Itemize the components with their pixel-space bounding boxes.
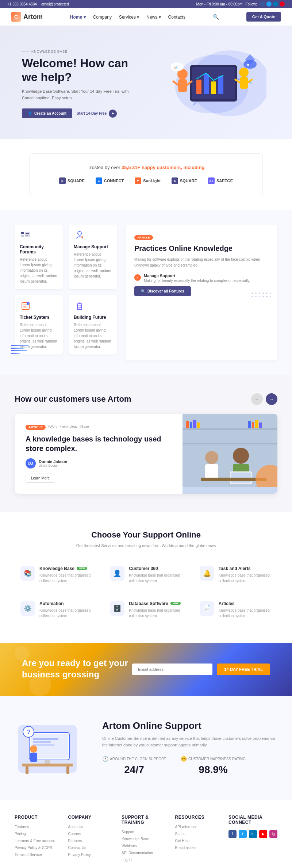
- footer-product: PRODUCT Features Pricing Learners & Free…: [15, 815, 59, 865]
- create-account-button[interactable]: 👤 Create an Account: [22, 108, 72, 118]
- hero-section: KNOWLEDGE BASE Welcome! How can we help?…: [0, 26, 292, 139]
- footer-link-features[interactable]: Features: [15, 825, 59, 829]
- line-2: [11, 348, 24, 349]
- footer-link-privacy[interactable]: Privacy Policy & GDPR: [15, 846, 59, 850]
- support-online-desc: Get the latest Services and breaking new…: [15, 543, 277, 549]
- email-input[interactable]: [132, 664, 212, 675]
- footer-link-api-docs[interactable]: API Documentation: [122, 851, 166, 855]
- knowledge-icon: 📚: [20, 566, 35, 581]
- community-desc: Reference about Lorem Ipsum giving infor…: [20, 257, 58, 284]
- support-item-knowledge: 📚 Knowledge Base NEW Knowledge base that…: [15, 560, 98, 589]
- svg-rect-48: [193, 420, 196, 428]
- footer-link-privacy2[interactable]: Privacy Policy: [68, 853, 113, 857]
- footer-link-get-help[interactable]: Get Help: [175, 839, 220, 843]
- tasks-desc: Knowledge base that organised collection…: [219, 573, 272, 584]
- building-card: Building Future Reference about Lorem Ip…: [69, 295, 117, 355]
- community-icon: [20, 230, 31, 241]
- tag-technology: #technology: [59, 425, 77, 430]
- support-stats: 🕐 AROUND THE CLOCK SUPPORT 24/7 😊 CUSTOM…: [102, 756, 277, 776]
- trusted-wrapper: Trusted by over 35,5 31+ happy customers…: [0, 139, 292, 210]
- features-inner: Community Forums Reference about Lorem I…: [15, 225, 277, 360]
- footer-link-webinars[interactable]: Webinars: [122, 844, 166, 848]
- tasks-content: Task and Alerts Knowledge base that orga…: [219, 566, 272, 584]
- artom-support-title: Artom Online Support: [102, 720, 277, 731]
- footer-product-title: PRODUCT: [15, 815, 59, 820]
- svg-rect-36: [78, 305, 80, 306]
- trial-cta-button[interactable]: 14-DAY FREE TRIAL: [217, 664, 270, 675]
- prev-arrow[interactable]: ←: [251, 393, 263, 405]
- connect-icon: C: [96, 177, 102, 184]
- twitter-icon[interactable]: [266, 1, 272, 7]
- svg-rect-52: [255, 420, 258, 428]
- stat-clock-label: 🕐 AROUND THE CLOCK SUPPORT: [102, 756, 166, 762]
- facebook-footer-icon[interactable]: f: [228, 830, 237, 838]
- tasks-icon: 🔔: [200, 566, 214, 581]
- nav-item-contacts[interactable]: Contacts: [168, 14, 185, 20]
- stat-happiness-label: 😊 CUSTOMER HAPPINESS RATING: [181, 756, 246, 762]
- footer-link-partners[interactable]: Partners: [68, 839, 113, 843]
- hero-buttons: 👤 Create an Account Start 14-Day Free ▶: [22, 108, 139, 118]
- dot: [251, 296, 253, 297]
- navigation: C Artom Home ▾ Company Services ▾ News ▾…: [0, 8, 292, 26]
- footer-link-contact[interactable]: Contact Us: [68, 846, 113, 850]
- discover-button[interactable]: 🔍 Discover all Features: [134, 286, 191, 296]
- automation-desc: Knowledge base that organised collection…: [39, 608, 92, 619]
- tasks-title: Task and Alerts: [219, 566, 272, 571]
- ticket-icon: T: [20, 300, 31, 312]
- nav-item-company[interactable]: Company: [93, 14, 112, 20]
- search-icon[interactable]: 🔍: [213, 14, 219, 20]
- ticket-title: Ticket System: [20, 315, 58, 320]
- instagram-footer-icon[interactable]: ig: [269, 830, 277, 838]
- database-title: Database Software NEW: [129, 601, 182, 606]
- linkedin-footer-icon[interactable]: in: [249, 830, 257, 838]
- linkedin-icon[interactable]: [273, 1, 278, 7]
- get-quote-button[interactable]: Get A Quote: [246, 12, 281, 22]
- pinterest-icon[interactable]: [280, 1, 285, 7]
- youtube-footer-icon[interactable]: ▶: [259, 830, 267, 838]
- database-icon: 🗄️: [110, 601, 124, 616]
- new-badge: NEW: [77, 567, 87, 570]
- next-arrow[interactable]: →: [266, 393, 277, 405]
- svg-rect-40: [79, 309, 80, 310]
- customer360-desc: Knowledge base that organised collection…: [129, 573, 182, 584]
- twitter-footer-icon[interactable]: t: [239, 830, 247, 838]
- footer-link-status[interactable]: Status: [175, 832, 220, 836]
- svg-rect-70: [26, 766, 28, 774]
- footer-link-kb[interactable]: Knowledge Base: [122, 837, 166, 841]
- footer-link-api-ref[interactable]: API reference: [175, 825, 220, 829]
- svg-rect-53: [259, 422, 262, 428]
- customer360-title: Customer 360: [129, 566, 182, 571]
- facebook-icon[interactable]: [260, 1, 265, 7]
- logo[interactable]: C Artom: [11, 12, 43, 22]
- hero-tag: KNOWLEDGE BASE: [22, 50, 139, 53]
- svg-text:!: !: [81, 236, 82, 238]
- sunlight-icon: ✦: [135, 177, 141, 184]
- cta-decor-2: [15, 646, 29, 661]
- footer-link-learners[interactable]: Learners & Free account: [15, 839, 59, 843]
- svg-point-67: [30, 745, 37, 753]
- footer-link-pricing[interactable]: Pricing: [15, 832, 59, 836]
- customer-card-image: [182, 414, 277, 494]
- dot: [266, 292, 268, 294]
- svg-rect-22: [21, 236, 24, 237]
- footer-link-terms[interactable]: Terms of Service: [15, 853, 59, 857]
- footer-link-login[interactable]: Log In: [122, 858, 166, 862]
- nav-item-news[interactable]: News ▾: [146, 14, 161, 20]
- svg-rect-45: [182, 443, 277, 444]
- articles-title: Articles: [219, 601, 272, 606]
- customers-header: How our customers use Artom ← →: [15, 393, 277, 405]
- trial-button[interactable]: Start 14-Day Free ▶: [77, 110, 117, 118]
- footer: PRODUCT Features Pricing Learners & Free…: [0, 800, 292, 868]
- learn-more-button[interactable]: Learn More: [26, 474, 55, 483]
- practice-point-content: Manage Support Making for beauty especia…: [144, 274, 250, 283]
- footer-link-support[interactable]: Support: [122, 830, 166, 834]
- nav-item-services[interactable]: Services ▾: [119, 14, 139, 20]
- knowledge-content: Knowledge Base NEW Knowledge base that o…: [39, 566, 92, 584]
- dot: [262, 296, 264, 297]
- footer-link-brand[interactable]: Brand assets: [175, 846, 220, 850]
- footer-link-about[interactable]: About Us: [68, 825, 113, 829]
- practice-point-desc: Making for beauty especially the relatin…: [144, 279, 250, 283]
- nav-item-home[interactable]: Home ▾: [70, 14, 86, 20]
- tag-word: #Word: [48, 425, 57, 430]
- footer-link-careers[interactable]: Careers: [68, 832, 113, 836]
